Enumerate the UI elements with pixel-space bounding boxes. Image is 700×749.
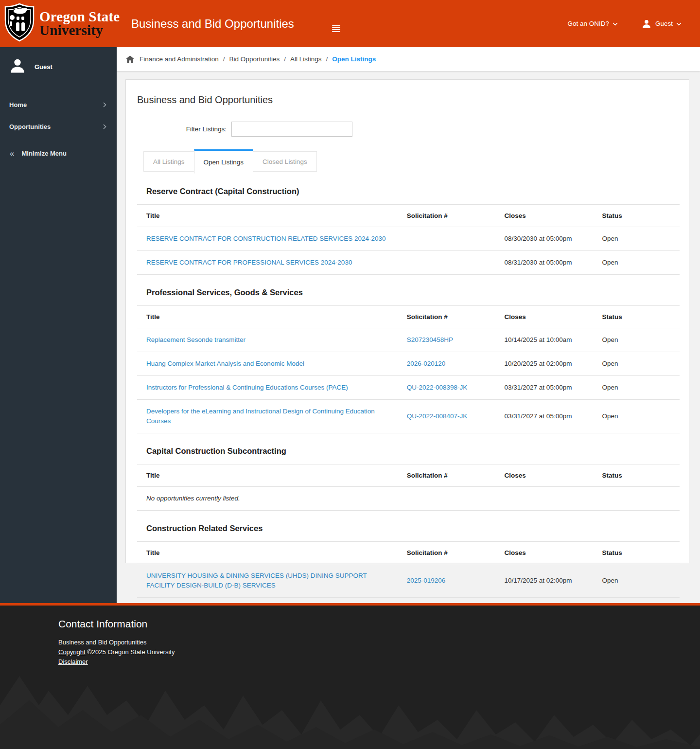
column-header: Title xyxy=(137,542,398,564)
table-row: Instructors for Professional & Continuin… xyxy=(137,376,680,400)
column-header: Closes xyxy=(495,306,593,328)
chevron-down-icon xyxy=(612,20,618,27)
top-header: Oregon State University Business and Bid… xyxy=(0,0,700,47)
cell-closes: 08/30/2030 at 05:00pm xyxy=(495,227,593,251)
app-title: Business and Bid Opportunities xyxy=(131,0,294,47)
double-chevron-left-icon: « xyxy=(10,149,14,158)
tab-open-listings[interactable]: Open Listings xyxy=(194,149,254,174)
cell-solicitation: S207230458HP xyxy=(398,328,495,352)
user-label: Guest xyxy=(655,20,673,27)
user-menu[interactable]: Guest xyxy=(641,18,682,29)
sidebar: Guest HomeOpportunities « Minimize Menu xyxy=(0,47,117,603)
cell-closes: 10/14/2025 at 10:00am xyxy=(495,328,593,352)
cell-title: RESERVE CONTRACT FOR CONSTRUCTION RELATE… xyxy=(137,227,398,251)
minimize-menu-button[interactable]: « Minimize Menu xyxy=(0,143,117,164)
osu-crest-logo xyxy=(4,3,35,44)
section-heading: Professional Services, Goods & Services xyxy=(137,275,680,306)
cell-title: RESERVE CONTRACT FOR PROFESSIONAL SERVIC… xyxy=(137,251,398,275)
cell-title: Instructors for Professional & Continuin… xyxy=(137,376,398,400)
solicitation-link[interactable]: 2025-019206 xyxy=(407,577,446,584)
tab-all-listings[interactable]: All Listings xyxy=(143,151,194,172)
minimize-menu-label: Minimize Menu xyxy=(21,150,66,157)
section-heading: Reserve Contract (Capital Construction) xyxy=(137,174,680,205)
cell-status: Open xyxy=(593,400,680,433)
onid-dropdown[interactable]: Got an ONID? xyxy=(567,20,618,27)
column-header: Status xyxy=(593,306,680,328)
sidebar-item-opportunities[interactable]: Opportunities xyxy=(0,116,117,138)
sidebar-user: Guest xyxy=(0,47,117,80)
footer-disclaimer-line: Disclaimer xyxy=(58,657,700,667)
copyright-link[interactable]: Copyright xyxy=(58,648,86,656)
cell-status: Open xyxy=(593,352,680,376)
table-row: UNIVERSITY HOUSING & DINING SERVICES (UH… xyxy=(137,564,680,598)
column-header: Closes xyxy=(495,464,593,487)
listing-title-link[interactable]: Huang Complex Market Analysis and Econom… xyxy=(146,360,304,367)
cell-closes: 03/31/2027 at 05:00pm xyxy=(495,400,593,433)
column-header: Title xyxy=(137,464,398,487)
cell-closes: 08/31/2030 at 05:00pm xyxy=(495,251,593,275)
chevron-right-icon xyxy=(103,123,106,131)
empty-message: No opportunities currently listed. xyxy=(137,487,680,511)
osu-logo[interactable]: Oregon State University xyxy=(4,3,120,44)
table-row: Developers for the eLearning and Instruc… xyxy=(137,400,680,433)
column-header: Status xyxy=(593,542,680,564)
footer-inner: Contact Information Business and Bid Opp… xyxy=(0,606,700,667)
filter-input[interactable] xyxy=(231,122,352,137)
listing-table: TitleSolicitation #ClosesStatusNo opport… xyxy=(137,464,680,511)
table-row: RESERVE CONTRACT FOR CONSTRUCTION RELATE… xyxy=(137,227,680,251)
chevron-down-icon xyxy=(676,20,682,27)
onid-label: Got an ONID? xyxy=(567,20,609,27)
table-header-row: TitleSolicitation #ClosesStatus xyxy=(137,306,680,328)
listing-title-link[interactable]: Replacement Sesonde transmitter xyxy=(146,336,245,343)
filter-label: Filter Listings: xyxy=(185,125,227,133)
home-icon[interactable] xyxy=(126,55,134,63)
sidebar-item-home[interactable]: Home xyxy=(0,94,117,116)
cell-title: Replacement Sesonde transmitter xyxy=(137,328,398,352)
breadcrumb-item[interactable]: Bid Opportunities xyxy=(229,55,280,63)
listing-title-link[interactable]: Developers for the eLearning and Instruc… xyxy=(146,408,375,425)
column-header: Solicitation # xyxy=(398,542,495,564)
cell-closes: 10/17/2025 at 02:00pm xyxy=(495,564,593,598)
disclaimer-link[interactable]: Disclaimer xyxy=(58,658,88,665)
breadcrumb-item[interactable]: Finance and Administration xyxy=(140,55,219,63)
filter-row: Filter Listings: xyxy=(126,122,689,137)
cell-title: UNIVERSITY HOUSING & DINING SERVICES (UH… xyxy=(137,564,398,598)
cell-solicitation: 2026-020120 xyxy=(398,352,495,376)
column-header: Closes xyxy=(495,542,593,564)
table-row: Huang Complex Market Analysis and Econom… xyxy=(137,352,680,376)
solicitation-link[interactable]: 2026-020120 xyxy=(407,360,446,367)
breadcrumb-item[interactable]: All Listings xyxy=(290,55,322,63)
footer-heading: Contact Information xyxy=(58,618,700,630)
section-heading: Construction Related Services xyxy=(137,511,680,542)
cell-solicitation xyxy=(398,251,495,275)
breadcrumb-separator: / xyxy=(284,55,286,63)
listing-title-link[interactable]: Instructors for Professional & Continuin… xyxy=(146,384,348,391)
column-header: Solicitation # xyxy=(398,205,495,227)
cell-closes: 03/31/2027 at 05:00pm xyxy=(495,376,593,400)
solicitation-link[interactable]: QU-2022-008407-JK xyxy=(407,412,468,420)
table-header-row: TitleSolicitation #ClosesStatus xyxy=(137,464,680,487)
hamburger-icon[interactable] xyxy=(332,25,340,33)
table-row-empty: No opportunities currently listed. xyxy=(137,487,680,511)
tab-closed-listings[interactable]: Closed Listings xyxy=(253,151,317,172)
cell-title: Huang Complex Market Analysis and Econom… xyxy=(137,352,398,376)
listing-title-link[interactable]: RESERVE CONTRACT FOR CONSTRUCTION RELATE… xyxy=(146,235,386,242)
listing-section: Professional Services, Goods & ServicesT… xyxy=(137,275,680,433)
footer-lines: Business and Bid Opportunities Copyright… xyxy=(58,638,700,667)
breadcrumb-items: Finance and Administration/Bid Opportuni… xyxy=(140,55,376,63)
listing-title-link[interactable]: UNIVERSITY HOUSING & DINING SERVICES (UH… xyxy=(146,572,367,589)
table-row: Replacement Sesonde transmitterS20723045… xyxy=(137,328,680,352)
column-header: Solicitation # xyxy=(398,464,495,487)
listing-title-link[interactable]: RESERVE CONTRACT FOR PROFESSIONAL SERVIC… xyxy=(146,259,352,266)
breadcrumb: Finance and Administration/Bid Opportuni… xyxy=(126,55,376,63)
column-header: Solicitation # xyxy=(398,306,495,328)
footer-site-name: Business and Bid Opportunities xyxy=(58,638,700,647)
chevron-right-icon xyxy=(103,101,106,109)
sidebar-nav: HomeOpportunities xyxy=(0,94,117,138)
listings-card: Business and Bid Opportunities Filter Li… xyxy=(125,79,689,563)
solicitation-link[interactable]: S207230458HP xyxy=(407,336,453,343)
sidebar-item-label: Opportunities xyxy=(9,123,51,130)
cell-closes: 10/20/2025 at 02:00pm xyxy=(495,352,593,376)
column-header: Title xyxy=(137,205,398,227)
solicitation-link[interactable]: QU-2022-008398-JK xyxy=(407,384,468,391)
